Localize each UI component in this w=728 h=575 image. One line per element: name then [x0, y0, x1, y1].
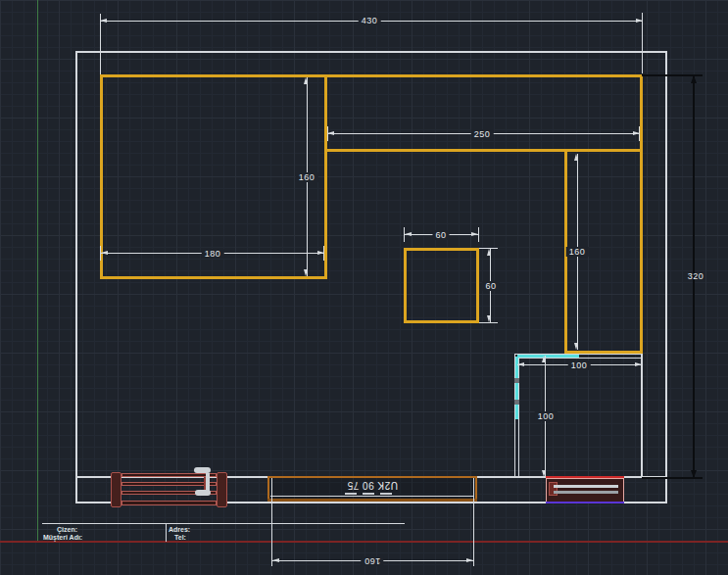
dim-label-100-h: 100 — [535, 411, 558, 421]
dim-label-180: 180 — [202, 249, 224, 259]
dim-label-160-right: 160 — [566, 247, 589, 257]
origin-axis-line — [37, 0, 38, 542]
dim-label-160-left: 160 — [296, 172, 318, 182]
title-block-customer: Müşteri Adı: — [43, 534, 82, 541]
wall-leftroom-bottom — [100, 276, 327, 279]
partition-knob — [514, 400, 519, 405]
title-block-phone: Tel: — [174, 534, 186, 541]
dim-label-430: 430 — [359, 16, 381, 25]
lower-right-room-wall — [641, 354, 643, 477]
dim-label-60-w: 60 — [432, 230, 449, 240]
dim-label-100-w: 100 — [568, 360, 591, 370]
cad-drawing-canvas[interactable]: 430 250 160 180 60 — [0, 0, 728, 575]
title-block-address: Adres: — [169, 526, 190, 533]
dim-label-250: 250 — [471, 129, 494, 139]
wall-middle — [324, 74, 327, 279]
cyan-highlight-h — [517, 355, 579, 358]
red-reference-line[interactable] — [0, 541, 728, 543]
window-unit-label: U2K 90 75 — [344, 480, 401, 491]
island-square[interactable] — [404, 248, 479, 323]
wall-right — [640, 74, 643, 354]
dim-label-60-h: 60 — [482, 281, 499, 291]
dim-label-320: 320 — [685, 271, 707, 281]
wall-top — [100, 74, 643, 77]
partition-knob — [514, 378, 519, 383]
dim-label-160-bottom: 160 — [362, 556, 384, 566]
title-block-drawn-by: Çizen: — [57, 526, 77, 533]
wall-upperroom-bottom — [324, 149, 643, 152]
